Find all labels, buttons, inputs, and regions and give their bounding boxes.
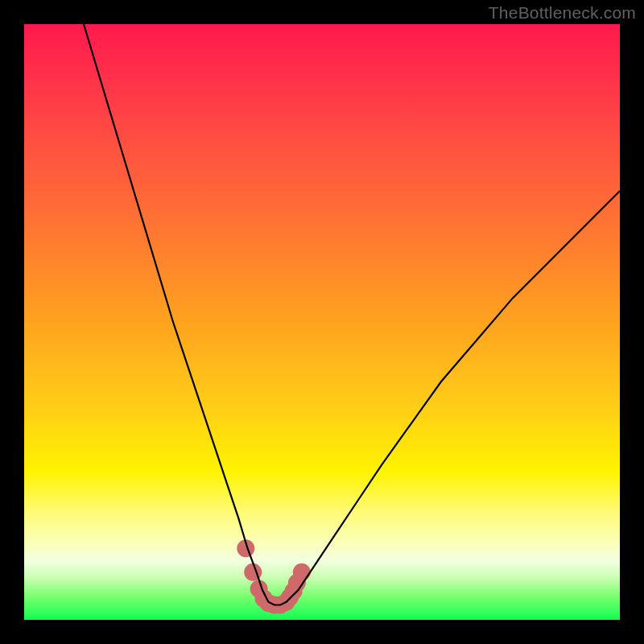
watermark-text: TheBottleneck.com (489, 3, 636, 23)
curve-marker (271, 597, 289, 614)
chart-svg (24, 24, 620, 620)
curve-marker (250, 580, 268, 598)
outer-frame: TheBottleneck.com (0, 0, 644, 644)
curve-marker (288, 574, 306, 592)
curve-marker (266, 597, 283, 614)
curve-marker (244, 564, 262, 581)
curve-marker (285, 583, 303, 601)
marker-group (237, 539, 311, 613)
bottleneck-curve (84, 24, 620, 605)
curve-marker (259, 594, 277, 612)
curve-marker (293, 564, 311, 581)
curve-marker (278, 593, 295, 611)
curve-marker (255, 589, 273, 607)
curve-marker (281, 588, 299, 606)
curve-marker (237, 539, 254, 557)
plot-area (24, 24, 620, 620)
